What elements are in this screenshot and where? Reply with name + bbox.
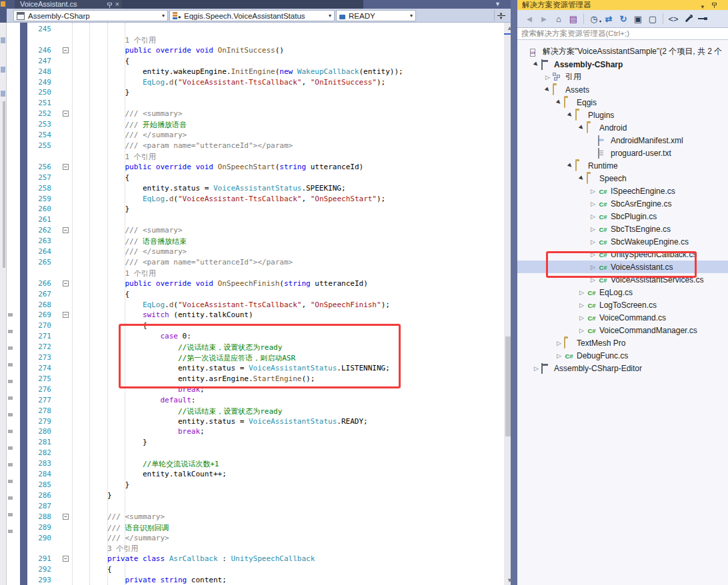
forward-icon[interactable]: ► xyxy=(537,13,551,25)
expanded-arrow-icon[interactable]: ▶ xyxy=(576,173,587,184)
document-tab[interactable]: VoiceAssistant.cs × xyxy=(15,0,122,9)
csharp-file-icon: C# xyxy=(587,326,597,335)
expanded-arrow-icon[interactable]: ▶ xyxy=(531,59,542,70)
document-tab-strip: VoiceAssistant.cs × ▼ xyxy=(7,0,511,9)
tree-item[interactable]: ▷C#VoiceAssistantServices.cs xyxy=(517,273,728,286)
fold-collapse-icon[interactable]: − xyxy=(63,47,69,53)
collapsed-arrow-icon[interactable]: ▷ xyxy=(543,74,553,81)
collapsed-arrow-icon[interactable]: ▷ xyxy=(554,352,564,359)
pin-icon[interactable] xyxy=(107,2,113,8)
tree-item[interactable]: ▶Eqgis xyxy=(517,96,728,109)
folder-open-icon xyxy=(575,110,577,121)
collapsed-arrow-icon[interactable]: ▷ xyxy=(577,302,587,308)
tree-item[interactable]: ▷C#SbcWakeupEngine.cs xyxy=(517,235,728,248)
code-line: 267 { xyxy=(7,289,497,300)
pane-splitter[interactable] xyxy=(511,0,517,585)
csharp-file-icon: C# xyxy=(598,213,608,221)
code-line: 260 } xyxy=(7,204,497,215)
line-number: 290 xyxy=(27,534,51,542)
home-icon[interactable]: ⌂ xyxy=(552,13,565,25)
fold-collapse-icon[interactable]: − xyxy=(63,281,69,287)
line-number: 272 xyxy=(27,342,51,351)
expanded-arrow-icon[interactable]: ▶ xyxy=(542,84,553,95)
fold-collapse-icon[interactable]: − xyxy=(63,164,69,170)
tree-item[interactable]: ▷C#VoiceCommandManager.cs xyxy=(517,324,728,336)
line-number: 264 xyxy=(27,247,51,256)
tree-item[interactable]: ▶Android xyxy=(517,121,728,134)
tree-item[interactable]: AndroidManifest.xml xyxy=(517,134,728,147)
project-dropdown[interactable]: Assembly-CSharp ▾ xyxy=(13,10,168,21)
tree-item[interactable]: ▷C#SbcTtsEngine.cs xyxy=(517,223,728,235)
collapsed-arrow-icon[interactable]: ▷ xyxy=(588,201,598,207)
collapsed-arrow-icon[interactable]: ▷ xyxy=(588,188,598,195)
tree-item[interactable]: ▷C#VoiceCommand.cs xyxy=(517,311,728,324)
fold-collapse-icon[interactable]: − xyxy=(63,514,69,520)
collapsed-arrow-icon[interactable]: ▷ xyxy=(588,239,598,245)
collapsed-arrow-icon[interactable]: ▷ xyxy=(588,213,598,220)
collapsed-arrow-icon[interactable]: ▷ xyxy=(588,277,598,283)
fold-collapse-icon[interactable]: − xyxy=(63,111,69,117)
chevron-down-icon: ▾ xyxy=(323,13,331,19)
tree-item[interactable]: ▶Plugins xyxy=(517,109,728,121)
code-line: 288− /// <summary> xyxy=(7,512,497,522)
tree-item[interactable]: ▷C#VoiceAssistant.cs xyxy=(517,261,728,273)
sync-active-document-icon[interactable]: ▤ xyxy=(567,13,580,25)
tree-item[interactable]: ▶Runtime xyxy=(517,159,728,172)
tree-item[interactable]: ▶Assembly-CSharp xyxy=(517,58,728,71)
tree-item[interactable]: ▶Speech xyxy=(517,172,728,185)
tree-item[interactable]: ▷C#SbcAsrEngine.cs xyxy=(517,197,728,210)
line-number: 287 xyxy=(27,502,51,510)
fold-collapse-icon[interactable]: − xyxy=(63,227,69,233)
tree-item[interactable]: ∞解决方案"VoiceAssistantSample"(2 个项目, 共 2 个 xyxy=(517,45,728,58)
collapsed-arrow-icon[interactable]: ▷ xyxy=(588,264,598,271)
strip-scrollbar[interactable] xyxy=(3,101,5,268)
collapsed-arrow-icon[interactable]: ▷ xyxy=(531,365,541,372)
refresh-icon[interactable]: ⇄ xyxy=(602,13,615,25)
code-line: 245 xyxy=(7,24,497,35)
panel-title-bar[interactable]: 解决方案资源管理器 ▾ xyxy=(517,0,728,10)
tree-item[interactable]: ▷C#ISpeechEngine.cs xyxy=(517,185,728,197)
member-icon xyxy=(339,15,345,19)
tree-item[interactable]: ▷引用 xyxy=(517,71,728,83)
tree-item[interactable]: ▷C#LogToScreen.cs xyxy=(517,298,728,311)
copy-pages-icon[interactable]: ▣ xyxy=(631,13,645,25)
tree-item[interactable]: ▶Assets xyxy=(517,83,728,96)
fold-collapse-icon[interactable]: − xyxy=(63,312,69,318)
collapsed-arrow-icon[interactable]: ▷ xyxy=(577,327,587,334)
tree-item[interactable]: ▷Assembly-CSharp-Editor xyxy=(517,362,728,374)
tree-item[interactable]: ▷C#EqLog.cs xyxy=(517,286,728,298)
type-dropdown[interactable]: ▾ Eqgis.Speech.VoiceAssistantStatus ▾ xyxy=(169,10,335,21)
fold-collapse-icon[interactable]: − xyxy=(63,556,69,562)
show-all-files-icon[interactable]: ▢ xyxy=(646,13,659,25)
tree-item[interactable]: ▷C#DebugFunc.cs xyxy=(517,349,728,362)
line-number: 274 xyxy=(27,364,51,372)
search-input[interactable]: 搜索解决方案资源管理器(Ctrl+;) xyxy=(517,27,728,40)
collapsed-arrow-icon[interactable]: ▷ xyxy=(588,251,598,258)
collapsed-arrow-icon[interactable]: ▷ xyxy=(554,340,564,346)
code-line: 272 //说话结束，设置状态为ready xyxy=(7,342,497,352)
strip-icon xyxy=(1,67,5,73)
expanded-arrow-icon[interactable]: ▶ xyxy=(565,109,576,121)
back-icon[interactable]: ◄ xyxy=(523,13,536,25)
close-icon[interactable]: × xyxy=(115,1,119,8)
expanded-arrow-icon[interactable]: ▶ xyxy=(576,122,587,133)
tree-item[interactable]: proguard-user.txt xyxy=(517,147,728,159)
properties-wrench-icon[interactable] xyxy=(681,13,695,25)
history-filter-icon[interactable]: ◷▾ xyxy=(587,13,601,25)
expanded-arrow-icon[interactable]: ▶ xyxy=(553,97,565,108)
tree-item[interactable]: ▷TextMesh Pro xyxy=(517,336,728,349)
collapsed-arrow-icon[interactable]: ▷ xyxy=(577,314,587,321)
expanded-arrow-icon[interactable]: ▶ xyxy=(565,160,576,171)
collapse-all-icon[interactable] xyxy=(696,13,709,25)
pin-icon[interactable] xyxy=(711,2,718,8)
tab-list-dropdown-icon[interactable]: ▼ xyxy=(495,1,501,7)
tree-item[interactable]: ▷C#SbcPlugin.cs xyxy=(517,210,728,223)
view-code-icon[interactable]: <> xyxy=(667,13,680,25)
reload-icon[interactable]: ↻ xyxy=(617,13,630,25)
collapsed-arrow-icon[interactable]: ▷ xyxy=(577,289,587,296)
member-dropdown[interactable]: READY ▾ xyxy=(336,10,416,21)
tree-item[interactable]: ▷C#UnitySpeechCallback.cs xyxy=(517,248,728,261)
collapsed-arrow-icon[interactable]: ▷ xyxy=(588,226,598,233)
split-window-button[interactable]: ▲▼ xyxy=(494,10,507,21)
code-editor[interactable]: 245 1 个引用246− public override void OnIni… xyxy=(7,23,497,585)
